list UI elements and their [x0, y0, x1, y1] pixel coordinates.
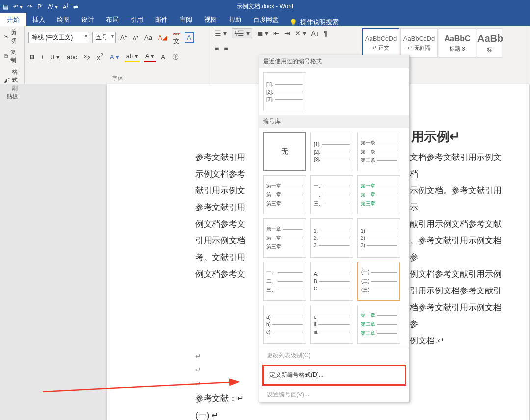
lightbulb-icon: 💡 [290, 19, 297, 26]
window-title: 示例文档.docx - Word [237, 2, 293, 11]
format-cn-comma2[interactable]: 一、 二、 三、 [263, 262, 306, 301]
bullets-button[interactable]: ☰ ▾ [215, 29, 227, 37]
align-center-button[interactable]: ≡ [224, 44, 228, 52]
format-num-dot[interactable]: 1. 2. 3. [310, 218, 353, 258]
tell-me-search[interactable]: 💡 操作说明搜索 [290, 18, 339, 26]
increase-indent-button[interactable]: ⇥ [284, 29, 290, 37]
quick-access-toolbar: ▤ ↶ ▾ ↷ P⁽ A⁾ ▾ A) ⇌ [3, 2, 78, 11]
text-style2-icon[interactable]: A) [63, 2, 68, 11]
copy-button[interactable]: ⧉复制 [4, 48, 20, 65]
format-num-paren[interactable]: 1) 2) 3) [357, 218, 400, 258]
text-style-icon[interactable]: A⁾ ▾ [48, 3, 57, 10]
subscript-button[interactable]: x2 [82, 52, 92, 62]
show-marks-button[interactable]: ¶ [324, 29, 328, 37]
format-none[interactable]: 无 [263, 132, 306, 171]
format-chapter2[interactable]: 第一章 第二章 第三章 [263, 218, 306, 258]
doc-body-left: 参考文献引用 示例文档参考 献引用示例文 参考文献引用 例文档参考文 引用示例文… [195, 149, 259, 349]
doc-body-right: 文档参考文献引用示例文档 示例文档。参考文献引用示 献引用示例文档参考文献 。参… [410, 149, 509, 349]
annotation-highlight: 定义新编号格式(D)... [262, 365, 406, 386]
underline-button[interactable]: U ▾ [49, 52, 61, 62]
set-number-value: 设置编号值(V)... [259, 388, 409, 402]
save-icon[interactable]: ▤ [3, 3, 8, 10]
superscript-button[interactable]: x2 [96, 52, 105, 62]
style-no-spacing[interactable]: AaBbCcDd ↵ 无间隔 [400, 28, 438, 58]
numbering-button[interactable]: ⅟☰ ▾ [232, 28, 252, 38]
ribbon-tabs: 开始 插入 绘图 设计 布局 引用 邮件 审阅 视图 帮助 百度网盘 💡 操作说… [0, 13, 530, 26]
tab-mailings[interactable]: 邮件 [149, 13, 174, 26]
cut-button[interactable]: ✂剪切 [4, 28, 20, 45]
annotation-arrow [43, 353, 249, 394]
tab-view[interactable]: 视图 [198, 13, 223, 26]
format-chapter[interactable]: 第一章 第二章 第三章 [263, 175, 306, 214]
doc-heading: 用示例↵ [411, 124, 509, 149]
format-letter-upper[interactable]: A. B. C. [310, 262, 353, 301]
italic-button[interactable]: I [40, 52, 45, 62]
style-heading3[interactable]: AaBbC 标题 3 [439, 28, 476, 58]
align-left-button[interactable]: ≡ [215, 44, 219, 52]
copy-icon: ⧉ [4, 53, 8, 60]
format-chapter-green[interactable]: 第一章 第二章 第三章 [357, 175, 400, 214]
tab-insert[interactable]: 插入 [26, 13, 51, 26]
char-border-button[interactable]: A [185, 32, 194, 43]
scissors-icon: ✂ [4, 33, 9, 40]
format-chapter-green2[interactable]: 第一章 第二章 第三章 [357, 305, 400, 344]
library-header: 编号库 [259, 115, 409, 128]
multilevel-button[interactable]: ≣ ▾ [257, 29, 268, 37]
undo-icon[interactable]: ↶ ▾ [13, 3, 23, 10]
tab-help[interactable]: 帮助 [223, 13, 247, 26]
tab-references[interactable]: 引用 [125, 13, 149, 26]
format-cn-paren[interactable]: (一) (二) (三) [357, 262, 400, 301]
font-group: 等线 (中文正文) 五号 A▴ A▾ Aa A◢ wén文 A B I U ▾ … [25, 26, 211, 84]
style-more[interactable]: AaBb 标 [477, 28, 502, 58]
brush-icon: 🖌 [4, 77, 10, 84]
grow-font-button[interactable]: A▴ [119, 32, 129, 42]
tab-design[interactable]: 设计 [76, 13, 100, 26]
strike-button[interactable]: abc [65, 52, 79, 62]
font-color-button[interactable]: A ▾ [144, 52, 156, 62]
format-roman-lower[interactable]: i. ii. iii. [310, 305, 353, 344]
sort-button[interactable]: A↓ [311, 29, 319, 37]
define-new-format[interactable]: 定义新编号格式(D)... [264, 366, 405, 384]
recent-format-1[interactable]: [1]. [2]. [3]. [263, 72, 306, 111]
bold-button[interactable]: B [28, 52, 36, 62]
decrease-indent-button[interactable]: ⇤ [273, 29, 279, 37]
change-case-button[interactable]: Aa [143, 33, 154, 42]
format-article[interactable]: 第一条 第二条 第三条 [357, 132, 400, 171]
clear-format-button[interactable]: A◢ [157, 33, 169, 42]
numbering-dropdown: 最近使用过的编号格式 [1]. [2]. [3]. 编号库 无 [1]. [2]… [259, 55, 410, 402]
font-name-combo[interactable]: 等线 (中文正文) [28, 32, 89, 43]
font-size-combo[interactable]: 五号 [92, 32, 116, 43]
format-cn-comma[interactable]: 一、 二、 三、 [310, 175, 353, 214]
enclose-char-button[interactable]: ㊥ [171, 52, 180, 62]
tab-review[interactable]: 审阅 [174, 13, 198, 26]
asian-layout-button[interactable]: ✕ ▾ [295, 29, 306, 37]
highlight-button[interactable]: ab ▾ [125, 52, 140, 62]
titlebar: ▤ ↶ ▾ ↷ P⁽ A⁾ ▾ A) ⇌ 示例文档.docx - Word [0, 0, 530, 13]
clipboard-group: ✂剪切 ⧉复制 🖌格式刷 贴板 [0, 26, 25, 84]
ref-item: (一) ↵ [195, 407, 509, 420]
tab-layout[interactable]: 布局 [100, 13, 125, 26]
tab-baidu[interactable]: 百度网盘 [247, 13, 285, 26]
text-effect-button[interactable]: A ▾ [108, 52, 121, 62]
char-shading-button[interactable]: A [159, 52, 167, 62]
redo-icon[interactable]: ↷ [27, 3, 32, 10]
font-label: 字体 [28, 75, 207, 84]
qat-customize-icon[interactable]: ⇌ [73, 3, 78, 10]
phonetic-button[interactable]: wén文 [172, 28, 182, 47]
format-bracket-num[interactable]: [1]. [2]. [3]. [310, 132, 353, 171]
clipboard-label: 贴板 [4, 93, 20, 102]
shrink-font-button[interactable]: A▾ [132, 33, 140, 42]
recent-header: 最近使用过的编号格式 [259, 55, 409, 68]
change-list-level: 更改列表级别(C) [259, 348, 409, 363]
tab-home[interactable]: 开始 [0, 13, 26, 26]
format-painter-button[interactable]: 🖌格式刷 [4, 68, 20, 93]
format-letter-lower[interactable]: a) b) c) [263, 305, 306, 344]
dropdown-bottom: 更改列表级别(C) 定义新编号格式(D)... 设置编号值(V)... [259, 348, 409, 402]
powerpoint-icon[interactable]: P⁽ [37, 3, 43, 10]
svg-line-0 [43, 382, 239, 392]
tab-draw[interactable]: 绘图 [51, 13, 76, 26]
style-normal[interactable]: AaBbCcDd ↵ 正文 [362, 28, 399, 58]
